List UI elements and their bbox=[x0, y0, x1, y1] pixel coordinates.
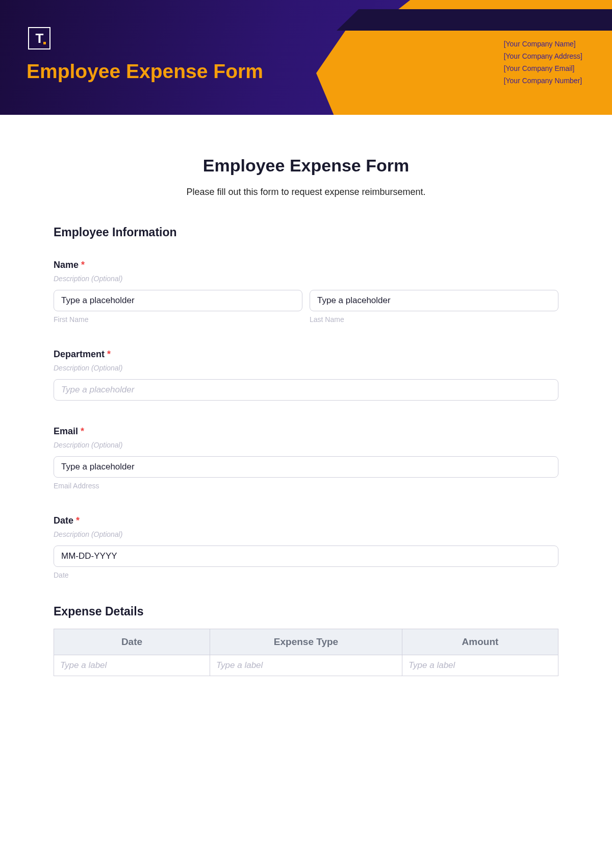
field-date: Date * Description (Optional) Date bbox=[54, 515, 558, 579]
form-title: Employee Expense Form bbox=[54, 156, 558, 176]
email-sublabel: Email Address bbox=[54, 482, 558, 490]
document-title: Employee Expense Form bbox=[27, 60, 263, 83]
logo: T bbox=[28, 27, 50, 49]
company-info-block: [Your Company Name] [Your Company Addres… bbox=[504, 40, 582, 89]
header-banner: T Employee Expense Form [Your Company Na… bbox=[0, 0, 612, 115]
th-type: Expense Type bbox=[210, 629, 402, 655]
name-label: Name * bbox=[54, 260, 558, 270]
name-desc[interactable]: Description (Optional) bbox=[54, 275, 558, 283]
required-mark: * bbox=[81, 426, 84, 436]
date-input[interactable] bbox=[54, 545, 558, 567]
field-name: Name * Description (Optional) First Name… bbox=[54, 260, 558, 324]
company-address[interactable]: [Your Company Address] bbox=[504, 52, 582, 60]
field-email: Email * Description (Optional) Email Add… bbox=[54, 426, 558, 490]
company-number[interactable]: [Your Company Number] bbox=[504, 77, 582, 85]
form-subtitle: Please fill out this form to request exp… bbox=[54, 187, 558, 197]
email-input[interactable] bbox=[54, 456, 558, 478]
logo-dot-icon bbox=[43, 42, 46, 44]
field-department: Department * Description (Optional) bbox=[54, 349, 558, 401]
required-mark: * bbox=[76, 515, 80, 526]
logo-text: T bbox=[36, 31, 43, 46]
th-date: Date bbox=[54, 629, 210, 655]
cell-date[interactable]: Type a label bbox=[54, 655, 210, 676]
th-amount: Amount bbox=[402, 629, 558, 655]
table-row: Type a label Type a label Type a label bbox=[54, 655, 558, 676]
department-label: Department * bbox=[54, 349, 558, 360]
email-label: Email * bbox=[54, 426, 558, 437]
date-sublabel: Date bbox=[54, 571, 558, 579]
decor-shape bbox=[337, 9, 612, 31]
company-email[interactable]: [Your Company Email] bbox=[504, 64, 582, 72]
company-name[interactable]: [Your Company Name] bbox=[504, 40, 582, 48]
section-employee-info: Employee Information bbox=[54, 226, 558, 239]
date-desc[interactable]: Description (Optional) bbox=[54, 530, 558, 538]
cell-type[interactable]: Type a label bbox=[210, 655, 402, 676]
email-desc[interactable]: Description (Optional) bbox=[54, 441, 558, 449]
last-name-input[interactable] bbox=[310, 290, 558, 311]
required-mark: * bbox=[107, 349, 111, 359]
required-mark: * bbox=[81, 260, 85, 270]
form-content: Employee Expense Form Please fill out th… bbox=[0, 115, 612, 697]
first-name-input[interactable] bbox=[54, 290, 302, 311]
last-name-sublabel: Last Name bbox=[310, 315, 558, 324]
section-expense-details: Expense Details bbox=[54, 605, 558, 618]
date-label: Date * bbox=[54, 515, 558, 526]
department-input[interactable] bbox=[54, 379, 558, 401]
first-name-sublabel: First Name bbox=[54, 315, 302, 324]
department-desc[interactable]: Description (Optional) bbox=[54, 364, 558, 372]
expense-table: Date Expense Type Amount Type a label Ty… bbox=[54, 629, 558, 676]
cell-amount[interactable]: Type a label bbox=[402, 655, 558, 676]
